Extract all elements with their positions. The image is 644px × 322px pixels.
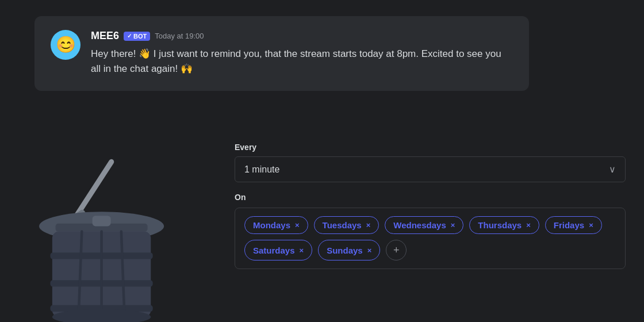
day-label: Mondays bbox=[253, 220, 290, 230]
message-content: MEE6 ✓ BOT Today at 19:00 Hey there! 👋 I… bbox=[91, 30, 513, 77]
day-tag[interactable]: Saturdays× bbox=[244, 240, 312, 260]
day-label: Thursdays bbox=[478, 220, 522, 230]
day-remove-button[interactable]: × bbox=[366, 221, 371, 229]
message-card: 😊 MEE6 ✓ BOT Today at 19:00 Hey there! 👋… bbox=[34, 16, 529, 91]
day-tag[interactable]: Mondays× bbox=[244, 216, 308, 234]
bot-label: BOT bbox=[133, 33, 147, 40]
svg-line-11 bbox=[121, 232, 125, 317]
day-tag[interactable]: Sundays× bbox=[318, 240, 380, 260]
message-header: MEE6 ✓ BOT Today at 19:00 bbox=[91, 30, 513, 42]
day-remove-button[interactable]: × bbox=[367, 246, 372, 255]
message-text: Hey there! 👋 I just want to remind you, … bbox=[91, 47, 513, 77]
day-label: Saturdays bbox=[253, 246, 295, 255]
main-scene: 😊 MEE6 ✓ BOT Today at 19:00 Hey there! 👋… bbox=[0, 0, 644, 322]
day-remove-button[interactable]: × bbox=[300, 246, 304, 255]
dropdown-value: 1 minute bbox=[244, 164, 279, 175]
day-tag[interactable]: Thursdays× bbox=[469, 216, 539, 234]
day-remove-button[interactable]: × bbox=[589, 221, 593, 229]
svg-point-2 bbox=[39, 212, 164, 240]
svg-rect-7 bbox=[50, 280, 152, 286]
day-remove-button[interactable]: × bbox=[451, 221, 455, 229]
svg-rect-4 bbox=[93, 216, 111, 226]
chevron-down-icon: ∨ bbox=[609, 164, 616, 175]
day-tag[interactable]: Fridays× bbox=[545, 216, 602, 234]
svg-rect-3 bbox=[56, 224, 148, 232]
sender-name: MEE6 bbox=[91, 30, 119, 42]
day-label: Fridays bbox=[554, 220, 584, 230]
on-label: On bbox=[235, 193, 626, 202]
message-timestamp: Today at 19:00 bbox=[155, 32, 204, 40]
svg-rect-6 bbox=[50, 252, 152, 259]
interval-dropdown[interactable]: 1 minute ∨ bbox=[235, 156, 626, 182]
bot-badge: ✓ BOT bbox=[124, 32, 150, 41]
day-label: Sundays bbox=[327, 246, 363, 255]
svg-point-12 bbox=[52, 309, 151, 322]
avatar: 😊 bbox=[51, 30, 80, 60]
day-remove-button[interactable]: × bbox=[295, 221, 300, 229]
day-label: Wednesdays bbox=[393, 220, 446, 230]
day-tag[interactable]: Tuesdays× bbox=[314, 216, 379, 234]
every-label: Every bbox=[235, 143, 626, 152]
svg-rect-8 bbox=[50, 305, 152, 312]
svg-line-0 bbox=[75, 162, 112, 217]
right-panel: Every 1 minute ∨ On Mondays×Tuesdays×Wed… bbox=[235, 143, 626, 269]
day-tag[interactable]: Wednesdays× bbox=[385, 216, 463, 234]
add-day-button[interactable]: + bbox=[386, 240, 407, 260]
day-label: Tuesdays bbox=[323, 220, 362, 230]
avatar-emoji: 😊 bbox=[56, 37, 76, 53]
trash-decoration bbox=[16, 155, 200, 310]
svg-rect-5 bbox=[52, 232, 151, 317]
bot-badge-check: ✓ bbox=[127, 33, 132, 39]
days-container: Mondays×Tuesdays×Wednesdays×Thursdays×Fr… bbox=[235, 208, 626, 269]
svg-rect-1 bbox=[68, 209, 88, 227]
svg-line-9 bbox=[79, 232, 82, 317]
day-remove-button[interactable]: × bbox=[526, 221, 531, 229]
